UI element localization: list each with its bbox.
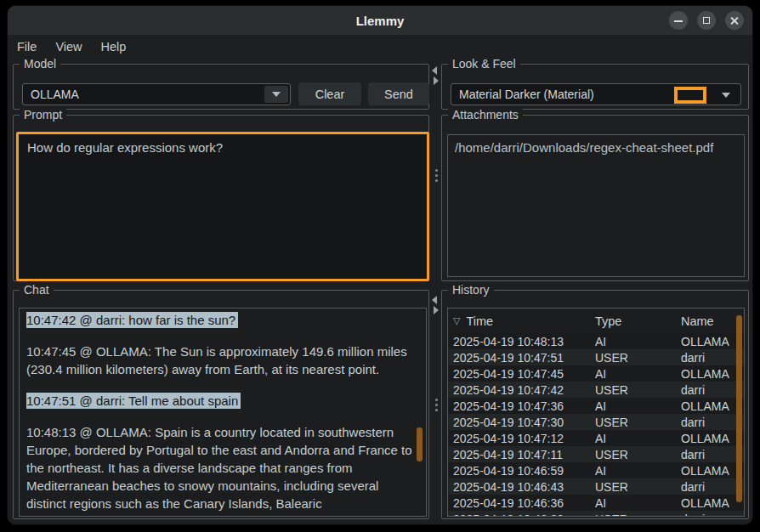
collapse-right-icon[interactable] — [434, 76, 439, 85]
cell-name: OLLAMA — [681, 335, 729, 348]
titlebar[interactable]: Llemmy — [8, 6, 752, 35]
cell-time: 2025-04-19 10:46:59 — [448, 464, 590, 478]
model-selected-value: OLLAMA — [23, 88, 79, 101]
model-group-label: Model — [20, 57, 60, 71]
history-group-label: History — [448, 283, 494, 297]
clear-button[interactable]: Clear — [298, 82, 361, 105]
cell-type: USER — [595, 351, 628, 365]
cell-name: darri — [681, 448, 705, 461]
chat-group-label: Chat — [20, 283, 54, 297]
close-button[interactable] — [725, 11, 744, 30]
maximize-button[interactable] — [697, 11, 716, 30]
model-group: Model OLLAMA Clear Send — [13, 64, 429, 110]
history-table-header: ▽ Time Type Name — [448, 308, 744, 333]
column-header-time[interactable]: Time — [466, 314, 593, 328]
maximize-icon — [703, 17, 710, 24]
window-title: Llemmy — [356, 14, 405, 28]
menu-file[interactable]: File — [16, 38, 37, 55]
history-table[interactable]: ▽ Time Type Name 2025-04-19 10:48:13AIOL… — [447, 308, 745, 517]
cell-time: 2025-04-19 10:47:45 — [448, 367, 590, 381]
history-row[interactable]: 2025-04-19 10:46:59AIOLLAMA — [448, 462, 744, 478]
chat-messages: 10:47:42 @ darri: how far is the sun?10:… — [26, 311, 414, 512]
history-row[interactable]: 2025-04-19 10:46:36AIOLLAMA — [448, 495, 744, 511]
cell-time: 2025-04-19 10:47:51 — [448, 351, 590, 365]
model-select-arrow-button[interactable] — [264, 86, 288, 103]
chat-message: 10:48:13 @ OLLAMA: Spain is a country lo… — [26, 423, 414, 512]
history-row[interactable]: 2025-04-19 10:46:43USERdarri — [448, 478, 744, 495]
cell-type: USER — [595, 383, 628, 397]
chat-group: Chat 10:47:42 @ darri: how far is the su… — [13, 290, 429, 519]
menu-help[interactable]: Help — [100, 38, 128, 55]
history-scrollbar-thumb[interactable] — [736, 315, 742, 502]
cell-name: OLLAMA — [681, 496, 729, 510]
sort-descending-icon[interactable]: ▽ — [453, 315, 460, 326]
collapse-left-icon[interactable] — [432, 66, 437, 75]
history-row[interactable]: 2025-04-19 10:47:42USERdarri — [448, 382, 744, 398]
cell-type: AI — [595, 399, 606, 413]
look-and-feel-group: Look & Feel Material Darker (Material) — [441, 64, 749, 110]
cell-name: darri — [681, 383, 705, 397]
history-row[interactable]: 2025-04-19 10:47:45AIOLLAMA — [448, 365, 744, 382]
cell-time: 2025-04-19 10:46:33 — [448, 512, 590, 518]
chevron-down-icon — [272, 92, 281, 97]
history-row[interactable]: 2025-04-19 10:47:12AIOLLAMA — [448, 430, 744, 446]
column-header-name[interactable]: Name — [681, 314, 714, 328]
cell-time: 2025-04-19 10:46:36 — [448, 496, 590, 510]
splitter-grip-icon[interactable] — [435, 399, 438, 401]
attachments-group-label: Attachments — [448, 108, 523, 122]
cell-name: darri — [681, 351, 705, 365]
cell-name: OLLAMA — [681, 432, 729, 445]
cell-name: darri — [681, 512, 705, 518]
collapse-right-icon[interactable] — [434, 306, 439, 314]
menubar: File View Help — [8, 35, 752, 59]
attachments-list[interactable]: /home/darri/Downloads/regex-cheat-sheet.… — [447, 134, 745, 277]
splitter-grip-icon[interactable] — [435, 169, 438, 172]
prompt-group: Prompt How do regular expressions work? — [13, 115, 429, 281]
cell-type: USER — [595, 448, 628, 461]
minimize-icon — [674, 20, 683, 22]
history-row[interactable]: 2025-04-19 10:46:33USERdarri — [448, 511, 744, 517]
history-row[interactable]: 2025-04-19 10:47:11USERdarri — [448, 446, 744, 462]
theme-select[interactable]: Material Darker (Material) — [451, 83, 741, 105]
send-button[interactable]: Send — [368, 82, 429, 105]
chat-scrollbar-thumb[interactable] — [417, 427, 423, 461]
cell-name: OLLAMA — [681, 367, 729, 381]
history-group: History ▽ Time Type Name 2025-04-19 10:4… — [441, 290, 749, 519]
collapse-left-icon[interactable] — [432, 296, 437, 304]
chat-log[interactable]: 10:47:42 @ darri: how far is the sun?10:… — [19, 308, 427, 517]
prompt-text: How do regular expressions work? — [27, 140, 223, 155]
chat-message: 10:47:42 @ darri: how far is the sun? — [26, 311, 414, 329]
cell-type: USER — [595, 416, 628, 429]
minimize-button[interactable] — [669, 11, 688, 30]
app-window: Llemmy File View Help Model OLLAMA Clear… — [7, 5, 753, 525]
cell-time: 2025-04-19 10:47:42 — [448, 383, 590, 397]
cell-type: AI — [595, 367, 606, 381]
cell-type: AI — [595, 464, 606, 478]
history-row[interactable]: 2025-04-19 10:47:30USERdarri — [448, 414, 744, 430]
history-row[interactable]: 2025-04-19 10:48:13AIOLLAMA — [448, 333, 744, 349]
theme-color-swatch — [674, 87, 706, 104]
model-select[interactable]: OLLAMA — [22, 83, 291, 105]
column-header-type[interactable]: Type — [595, 314, 621, 328]
cell-type: USER — [595, 512, 628, 518]
attachments-group: Attachments /home/darri/Downloads/regex-… — [441, 115, 749, 281]
history-row[interactable]: 2025-04-19 10:47:51USERdarri — [448, 349, 744, 365]
vertical-splitter-handle[interactable] — [431, 65, 441, 92]
cell-name: OLLAMA — [681, 399, 729, 413]
vertical-splitter-handle[interactable] — [431, 294, 441, 321]
cell-time: 2025-04-19 10:47:11 — [448, 448, 590, 461]
prompt-input[interactable]: How do regular expressions work? — [16, 132, 429, 281]
history-row[interactable]: 2025-04-19 10:47:36AIOLLAMA — [448, 398, 744, 414]
chat-message: 10:47:51 @ darri: Tell me about spain — [26, 392, 414, 410]
cell-type: AI — [595, 335, 606, 348]
history-rows: 2025-04-19 10:48:13AIOLLAMA2025-04-19 10… — [448, 333, 744, 517]
window-controls — [669, 11, 744, 30]
prompt-group-label: Prompt — [20, 108, 66, 122]
cell-name: OLLAMA — [681, 464, 729, 478]
cell-time: 2025-04-19 10:47:36 — [448, 399, 590, 413]
attachment-item[interactable]: /home/darri/Downloads/regex-cheat-sheet.… — [455, 140, 737, 155]
menu-view[interactable]: View — [54, 38, 82, 55]
cell-time: 2025-04-19 10:48:13 — [448, 335, 590, 348]
cell-type: AI — [595, 432, 606, 445]
chevron-down-icon — [722, 93, 730, 98]
